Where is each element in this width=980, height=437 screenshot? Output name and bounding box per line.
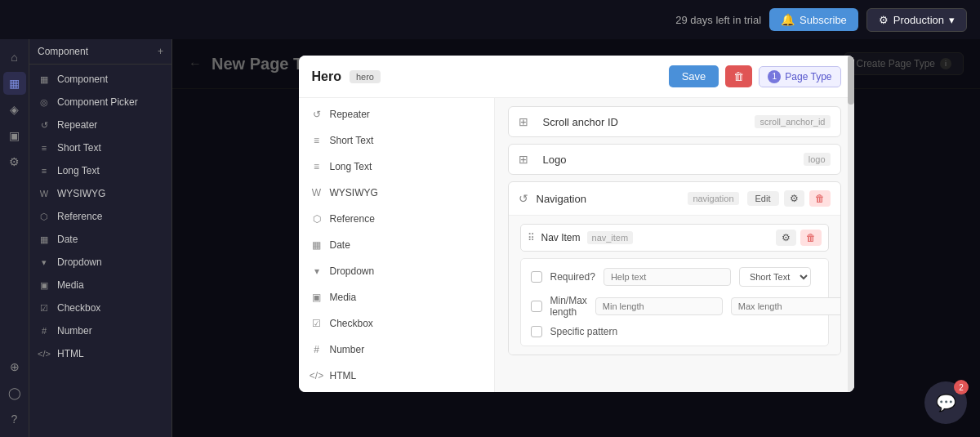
dropdown-icon: ▾ [38, 256, 51, 269]
max-length-input[interactable] [731, 297, 841, 315]
sidebar-help-icon[interactable]: ? [3, 408, 26, 430]
modal-left-reference[interactable]: ⬡ Reference [299, 206, 494, 232]
production-button[interactable]: ⚙ Production ▾ [866, 8, 967, 32]
field-options: Required? Short Text [520, 258, 829, 346]
sidebar-user-icon[interactable]: ◯ [3, 381, 26, 404]
nav-item-expanded: ⠿ Nav Item nav_item ⚙ 🗑 [509, 215, 840, 355]
modal-left-checkbox[interactable]: ☑ Checkbox [299, 310, 494, 337]
scroll-anchor-icon: ⊞ [519, 115, 535, 128]
component-panel: Component + ▦ Component ◎ Component Pick… [29, 39, 172, 437]
modal-title: Hero [312, 69, 341, 84]
comp-item-date[interactable]: ▦ Date [29, 228, 172, 251]
navigation-key: navigation [688, 192, 738, 205]
wysiwyg-icon: W [310, 186, 323, 199]
modal-header: Hero hero Save 🗑 1 Page Type [299, 56, 854, 98]
modal-right-panel: ⊞ Scroll anchor ID scroll_anchor_id ⊞ Lo… [495, 98, 854, 392]
nav-item-row: ⠿ Nav Item nav_item ⚙ 🗑 [520, 224, 829, 252]
comp-item-component[interactable]: ▦ Component [29, 68, 172, 91]
comp-item-long-text[interactable]: ≡ Long Text [29, 159, 172, 182]
comp-item-component-picker[interactable]: ◎ Component Picker [29, 91, 172, 114]
comp-item-short-text[interactable]: ≡ Short Text [29, 136, 172, 159]
save-button[interactable]: Save [669, 65, 719, 87]
checkbox-icon: ☑ [38, 301, 51, 314]
logo-icon: ⊞ [519, 153, 535, 166]
wysiwyg-icon: W [38, 187, 51, 200]
sidebar-home-icon[interactable]: ⌂ [3, 46, 26, 69]
chevron-down-icon: ▾ [949, 14, 955, 26]
media-icon: ▣ [38, 279, 51, 292]
html-icon: </> [38, 347, 51, 360]
comp-item-html[interactable]: </> HTML [29, 342, 172, 365]
required-checkbox[interactable] [531, 271, 542, 283]
repeater-nav-icon: ↺ [519, 192, 528, 205]
scroll-anchor-name: Scroll anchor ID [543, 116, 747, 128]
subscribe-button[interactable]: 🔔 Subscribe [769, 8, 858, 31]
min-max-label: Min/Max length [550, 295, 587, 318]
navigation-edit-button[interactable]: Edit [747, 191, 779, 206]
trial-text: 29 days left in trial [675, 14, 761, 26]
navigation-actions: Edit ⚙ 🗑 [747, 190, 831, 207]
comp-item-media[interactable]: ▣ Media [29, 274, 172, 297]
modal: Hero hero Save 🗑 1 Page Type [299, 56, 854, 392]
modal-scrollbar-thumb[interactable] [848, 56, 854, 105]
comp-item-checkbox[interactable]: ☑ Checkbox [29, 297, 172, 319]
chat-icon: 💬 [936, 393, 956, 412]
comp-item-reference[interactable]: ⬡ Reference [29, 205, 172, 228]
media-icon: ▣ [310, 291, 323, 304]
type-select[interactable]: Short Text [739, 267, 811, 287]
field-row-logo: ⊞ Logo logo [508, 144, 841, 175]
nav-item-settings-button[interactable]: ⚙ [776, 230, 796, 246]
nav-item-delete-button[interactable]: 🗑 [800, 230, 822, 246]
navigation-settings-button[interactable]: ⚙ [784, 190, 804, 207]
modal-left-repeater[interactable]: ↺ Repeater [299, 101, 494, 127]
sidebar-settings-icon[interactable]: ⚙ [3, 150, 26, 173]
component-icon: ▦ [38, 73, 51, 86]
navigation-name: Navigation [537, 193, 680, 205]
sidebar-media-icon[interactable]: ▣ [3, 124, 26, 147]
add-component-icon[interactable]: + [158, 46, 163, 57]
delete-button[interactable]: 🗑 [725, 65, 752, 87]
html-icon: </> [310, 369, 323, 382]
long-text-icon: ≡ [38, 164, 51, 177]
modal-scrollbar[interactable] [848, 56, 854, 392]
modal-left-html[interactable]: </> HTML [299, 363, 494, 389]
chat-widget[interactable]: 💬 2 [924, 381, 967, 424]
modal-left-number[interactable]: # Number [299, 337, 494, 363]
page-type-count-badge: 1 Page Type [759, 66, 840, 87]
logo-key: logo [804, 153, 831, 166]
comp-item-wysiwyg[interactable]: W WYSIWYG [29, 182, 172, 205]
modal-left-dropdown[interactable]: ▾ Dropdown [299, 258, 494, 284]
comp-item-dropdown[interactable]: ▾ Dropdown [29, 251, 172, 274]
short-text-icon: ≡ [310, 134, 323, 147]
min-length-input[interactable] [595, 297, 723, 315]
reference-icon: ⬡ [310, 212, 323, 225]
modal-left-panel: ↺ Repeater ≡ Short Text ≡ Long Text W [299, 98, 495, 392]
required-help-text-input[interactable] [604, 268, 731, 286]
number-icon: # [310, 343, 323, 356]
main-area: Component + ▦ Component ◎ Component Pick… [29, 39, 980, 437]
comp-item-repeater[interactable]: ↺ Repeater [29, 114, 172, 136]
sidebar-pages-icon[interactable]: ▦ [3, 72, 26, 95]
dropdown-icon: ▾ [310, 265, 323, 278]
comp-item-number[interactable]: # Number [29, 319, 172, 342]
modal-left-wysiwyg[interactable]: W WYSIWYG [299, 180, 494, 206]
sidebar-data-icon[interactable]: ◈ [3, 98, 26, 121]
modal-left-short-text[interactable]: ≡ Short Text [299, 127, 494, 154]
modal-left-date[interactable]: ▦ Date [299, 232, 494, 258]
modal-left-media[interactable]: ▣ Media [299, 284, 494, 310]
modal-left-long-text[interactable]: ≡ Long Text [299, 154, 494, 180]
component-list: ▦ Component ◎ Component Picker ↺ Repeate… [29, 65, 172, 437]
topbar: 29 days left in trial 🔔 Subscribe ⚙ Prod… [0, 0, 980, 39]
date-icon: ▦ [38, 233, 51, 246]
specific-pattern-checkbox[interactable] [531, 326, 542, 337]
navigation-delete-button[interactable]: 🗑 [809, 190, 831, 207]
component-panel-header: Component + [29, 39, 172, 65]
left-sidebar: ⌂ ▦ ◈ ▣ ⚙ ⊕ ◯ ? [0, 39, 29, 437]
sidebar-plugins-icon[interactable]: ⊕ [3, 355, 26, 378]
logo-name: Logo [543, 154, 795, 166]
min-max-checkbox[interactable] [531, 301, 542, 312]
number-icon: # [38, 324, 51, 337]
scroll-anchor-key: scroll_anchor_id [755, 115, 830, 128]
chat-badge: 2 [954, 380, 969, 395]
nav-item-name: Nav Item [541, 232, 581, 243]
